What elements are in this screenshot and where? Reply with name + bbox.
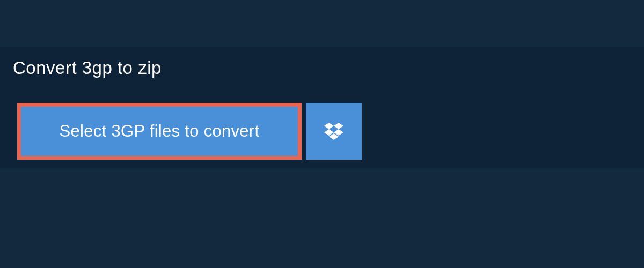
dropbox-icon bbox=[324, 123, 343, 140]
select-files-label: Select 3GP files to convert bbox=[60, 122, 260, 141]
button-row: Select 3GP files to convert bbox=[17, 103, 362, 160]
select-files-button[interactable]: Select 3GP files to convert bbox=[17, 103, 302, 160]
tab-title: Convert 3gp to zip bbox=[13, 58, 162, 78]
tab-convert[interactable]: Convert 3gp to zip bbox=[0, 47, 220, 89]
dropbox-button[interactable] bbox=[306, 103, 362, 160]
